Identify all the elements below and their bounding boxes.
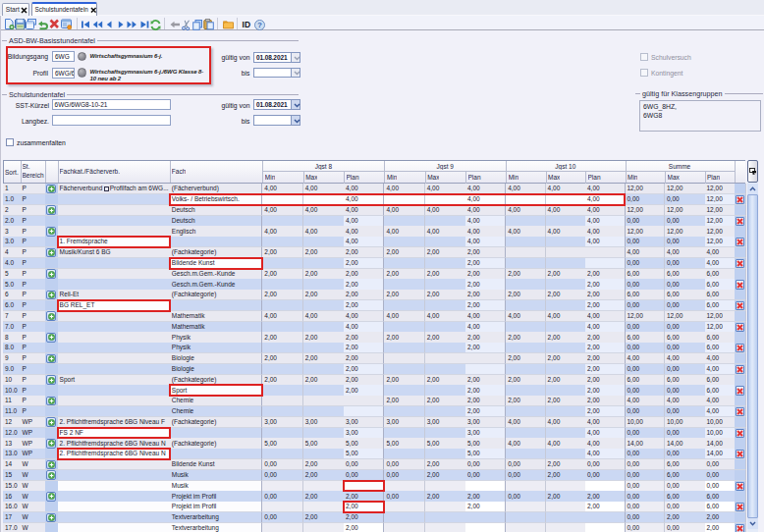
- svg-text:?: ?: [257, 21, 262, 29]
